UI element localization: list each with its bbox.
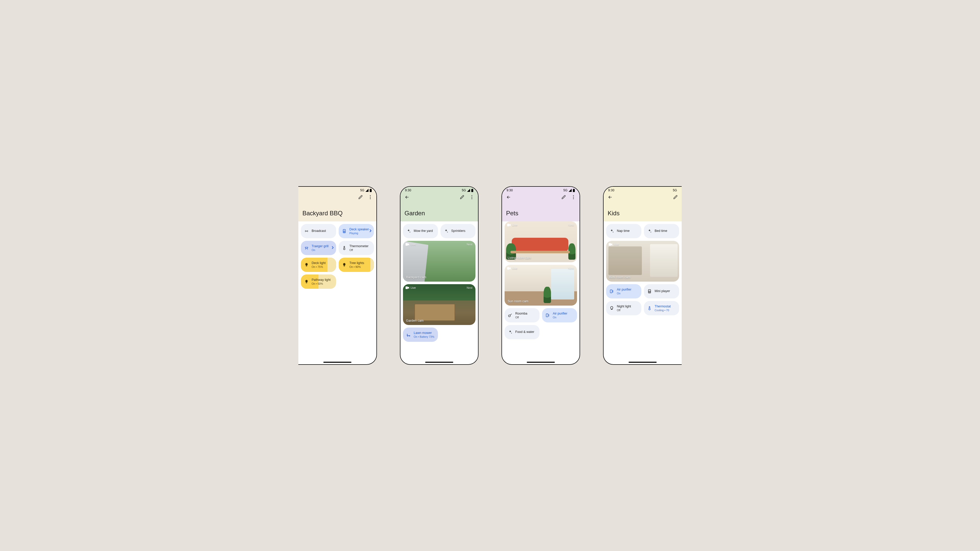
live-badge: Live (406, 243, 416, 246)
tree-lights-tile[interactable]: Tree lights On • 90% (339, 258, 374, 272)
svg-rect-23 (507, 224, 509, 226)
status-time: 9:30 (507, 189, 513, 192)
mow-yard-tile[interactable]: Mow the yard (403, 224, 438, 238)
bed-label: Bed time (655, 229, 667, 233)
page-title: Backyard BBQ (302, 210, 374, 217)
air-purifier-tile[interactable]: Air purifier On (542, 308, 577, 322)
header: Kids (604, 194, 682, 221)
battery-icon (369, 189, 372, 192)
mower-label: Lawn mower (414, 331, 434, 335)
svg-point-22 (573, 198, 574, 199)
purifier-label: Air purifier (553, 312, 567, 316)
svg-rect-18 (573, 189, 574, 189)
page-title: Pets (506, 210, 578, 217)
air-purifier-tile[interactable]: Air purifier On (606, 284, 641, 299)
deck-speaker-tile[interactable]: Deck speaker Playing (339, 224, 374, 238)
home-indicator[interactable] (527, 362, 555, 363)
thermostat-tile[interactable]: Thermostat Cooling • 70 (644, 301, 679, 315)
edit-icon[interactable] (673, 195, 678, 200)
live-label: Live (512, 267, 517, 270)
roomba-label: Roomba (515, 312, 527, 316)
battery-icon (573, 189, 575, 192)
thermo-label: Thermometer (349, 245, 369, 248)
back-icon[interactable] (404, 195, 410, 200)
svg-point-13 (471, 198, 472, 199)
svg-rect-9 (472, 189, 473, 189)
signal-icon (366, 189, 369, 192)
phone-top-section: 9:30 5G Pets (502, 187, 579, 221)
svg-rect-24 (507, 267, 509, 270)
deck-light-tile[interactable]: Deck light On • 75% (301, 258, 336, 272)
garden-cam[interactable]: Live Nest Garden cam (403, 284, 476, 325)
kids-room-cam[interactable]: Live Kids room cam (606, 241, 679, 282)
sprinklers-tile[interactable]: Sprinklers (441, 224, 476, 238)
nap-label: Nap time (617, 229, 630, 233)
more-icon[interactable] (571, 195, 576, 200)
pathway-light-tile[interactable]: Pathway light On • 50% (301, 275, 336, 289)
camera-brand: Nest (568, 267, 574, 270)
thermometer-icon (342, 245, 347, 251)
svg-rect-10 (471, 189, 473, 192)
video-icon (507, 267, 511, 270)
page-title: Garden (404, 210, 476, 217)
mower-status: On • Battery 73% (414, 335, 434, 338)
home-indicator[interactable] (323, 362, 352, 363)
backyard-cam[interactable]: Live Nest Backyard cam (403, 241, 476, 282)
thermometer-tile[interactable]: Thermometer Off (339, 241, 374, 255)
content: Mow the yard Sprinklers Live Nest Backya… (401, 224, 478, 345)
more-icon[interactable] (469, 195, 474, 200)
status-bar: 9:30 5G (401, 187, 478, 194)
svg-point-2 (370, 195, 371, 196)
tree-lights-status: On • 90% (349, 265, 364, 268)
home-indicator[interactable] (628, 362, 657, 363)
svg-rect-15 (406, 286, 408, 289)
back-icon[interactable] (608, 195, 613, 200)
roomba-tile[interactable]: Roomba Off (504, 308, 539, 322)
edit-icon[interactable] (460, 195, 465, 200)
live-badge: Live (507, 267, 517, 270)
thermo-status: Cooling • 70 (655, 309, 671, 312)
bed-time-tile[interactable]: Bed time (644, 224, 679, 238)
nap-time-tile[interactable]: Nap time (606, 224, 641, 238)
sun-room-cam[interactable]: Live Nest Sun room cam (504, 265, 577, 306)
signal-icon (467, 189, 470, 192)
svg-point-11 (471, 195, 472, 196)
broadcast-tile[interactable]: Broadcast (301, 224, 336, 238)
roomba-status: Off (515, 316, 527, 319)
svg-rect-28 (610, 290, 612, 293)
video-icon (609, 243, 612, 246)
camera-name: Kids room cam (609, 275, 630, 279)
page-title: Kids (608, 210, 679, 217)
chevron-right-icon (331, 246, 334, 250)
signal-icon (569, 189, 572, 192)
food-label: Food & water (515, 330, 534, 334)
edit-icon[interactable] (561, 195, 566, 200)
live-label: Live (410, 286, 416, 289)
content: Broadcast Deck speaker Playing Traeger g… (298, 224, 376, 291)
traeger-grill-tile[interactable]: Traeger grill On (301, 241, 336, 255)
more-icon[interactable] (368, 195, 373, 200)
sparkle-icon (406, 229, 411, 233)
back-icon[interactable] (506, 195, 511, 200)
camera-brand: Nest (466, 286, 473, 289)
mow-label: Mow the yard (414, 229, 433, 233)
content: Nap time Bed time Live Kids room cam Air… (604, 224, 682, 318)
status-network: 5G (563, 189, 568, 192)
mini-player-tile[interactable]: Mini player (644, 284, 679, 299)
header: Pets (502, 194, 579, 221)
purifier-status: On (553, 316, 567, 319)
lawn-mower-tile[interactable]: Lawn mower On • Battery 73% (403, 327, 438, 342)
night-light-tile[interactable]: Night light Off (606, 301, 641, 315)
home-indicator[interactable] (425, 362, 453, 363)
svg-point-30 (649, 291, 650, 292)
camera-brand: Nest (466, 243, 473, 246)
camera-name: Sun room cam (508, 300, 528, 303)
vacuum-icon (508, 313, 513, 318)
living-room-cam[interactable]: Live Nest Living room cam (504, 221, 577, 262)
edit-icon[interactable] (358, 195, 363, 200)
svg-point-7 (344, 230, 345, 230)
sparkle-icon (444, 229, 449, 233)
mini-label: Mini player (655, 289, 670, 293)
svg-point-3 (370, 197, 371, 197)
food-water-tile[interactable]: Food & water (504, 325, 539, 339)
